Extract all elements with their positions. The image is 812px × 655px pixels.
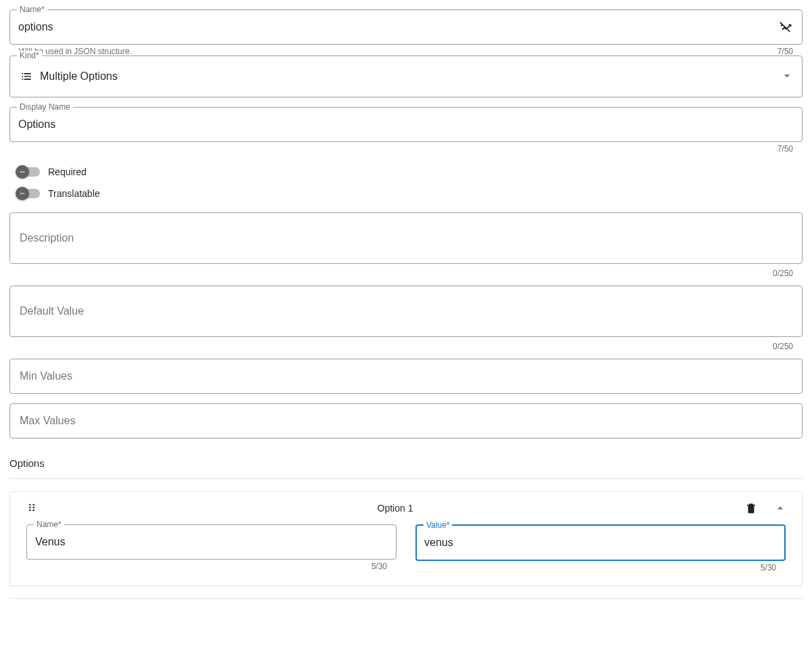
display-name-input[interactable] [18, 108, 794, 141]
drag-handle-icon[interactable] [26, 502, 37, 515]
collapse-button[interactable] [773, 501, 787, 515]
svg-point-3 [32, 506, 35, 508]
options-divider [9, 478, 803, 479]
description-counter: 0/250 [773, 268, 793, 279]
min-values-input[interactable] [10, 359, 802, 393]
option-title: Option 1 [45, 503, 745, 514]
display-name-label: Display Name [17, 102, 73, 112]
default-value-counter: 0/250 [773, 341, 793, 352]
auto-fix-icon[interactable] [777, 19, 794, 35]
max-values-input[interactable] [10, 404, 802, 438]
required-switch-row: Required [9, 161, 803, 183]
trash-icon [745, 502, 757, 514]
name-field-outline: Name* [9, 9, 803, 45]
max-values-wrap [9, 403, 803, 438]
name-label: Name* [17, 5, 47, 14]
svg-point-0 [29, 503, 31, 505]
description-input[interactable] [10, 213, 802, 263]
required-label: Required [48, 166, 87, 177]
translatable-switch-row: Translatable [9, 183, 803, 204]
default-value-input[interactable] [10, 286, 802, 336]
option-value-outline: Value* [415, 524, 786, 561]
description-wrap: 0/250 [9, 212, 803, 279]
option-value-counter: 5/30 [761, 562, 776, 573]
display-name-outline: Display Name [9, 107, 803, 142]
option-name-outline: Name* [26, 524, 397, 560]
svg-point-1 [32, 503, 35, 505]
end-divider [9, 598, 803, 599]
option-name-counter: 5/30 [371, 561, 387, 572]
name-field-wrap: Name* Will be used in JSON structure. 7/… [9, 9, 803, 57]
translatable-switch[interactable] [16, 187, 40, 200]
default-value-wrap: 0/250 [9, 286, 803, 352]
minus-icon [18, 168, 26, 176]
kind-label: Kind* [17, 51, 42, 60]
display-name-counter: 7/50 [777, 143, 793, 154]
name-input[interactable] [18, 10, 772, 44]
options-section-title: Options [9, 445, 803, 478]
chevron-up-icon [773, 501, 787, 515]
kind-field-wrap: Kind* Multiple Options [9, 55, 803, 97]
list-icon [18, 68, 35, 85]
svg-point-4 [29, 509, 31, 511]
min-values-wrap [9, 359, 803, 394]
option-value-label: Value* [424, 520, 452, 530]
required-switch[interactable] [16, 165, 40, 179]
kind-select[interactable]: Kind* Multiple Options [9, 55, 803, 97]
minus-icon [18, 189, 26, 198]
dropdown-arrow-icon [780, 69, 794, 85]
svg-point-5 [32, 509, 35, 511]
kind-value: Multiple Options [40, 70, 780, 83]
option-name-label: Name* [34, 520, 64, 529]
delete-button[interactable] [745, 502, 757, 514]
option-panel: Option 1 Name* 5/30 Value* [9, 491, 803, 586]
option-value-input[interactable] [424, 526, 777, 560]
display-name-wrap: Display Name 7/50 [9, 107, 803, 154]
svg-point-2 [29, 506, 31, 508]
option-name-input[interactable] [35, 525, 388, 559]
translatable-label: Translatable [48, 188, 100, 199]
